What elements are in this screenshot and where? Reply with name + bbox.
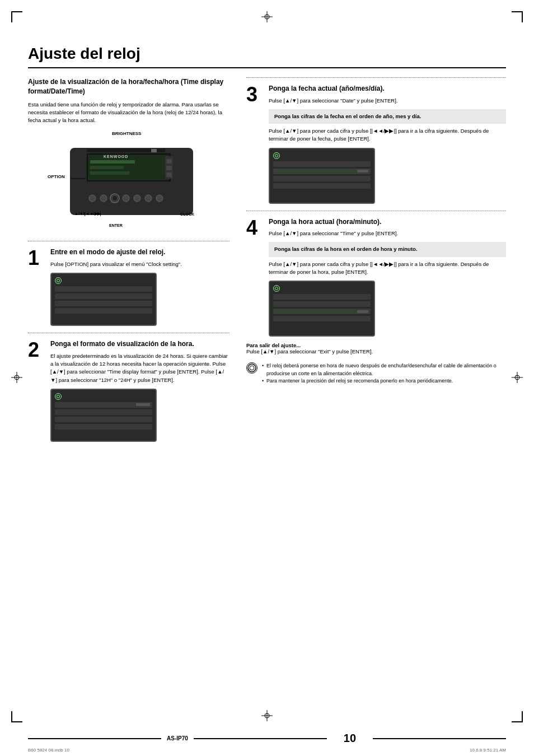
corner-mark-tr xyxy=(512,11,523,22)
bottom-notes: El reloj deberá ponerse en hora de nuevo… xyxy=(246,362,506,385)
step-4-number: 4 xyxy=(246,218,263,337)
device-diagram-svg: KENWOOD xyxy=(48,131,210,232)
center-mark-top xyxy=(261,11,273,24)
step-2-desc: El ajuste predeterminado es la visualiza… xyxy=(50,352,229,384)
screen-mockup-4 xyxy=(269,281,375,337)
footer-line-right xyxy=(373,738,506,739)
para-salir-title: Para salir del ajuste... xyxy=(246,342,301,348)
svg-point-24 xyxy=(89,195,96,202)
step-3-container: 3 Ponga la fecha actual (año/mes/día). P… xyxy=(246,85,506,204)
step-4-desc2: Pulse [▲/▼] para poner cada cifra y puls… xyxy=(269,260,506,277)
svg-rect-21 xyxy=(166,159,172,164)
center-mark-right xyxy=(512,372,523,384)
step-1-container: 1 Entre en el modo de ajuste del reloj. … xyxy=(28,248,229,326)
enter-label: ENTER xyxy=(109,223,123,227)
center-mark-left xyxy=(11,372,22,384)
svg-point-25 xyxy=(100,195,107,202)
step-4-note: Ponga las cifras de la hora en el orden … xyxy=(269,242,506,256)
right-column: 3 Ponga la fecha actual (año/mes/día). P… xyxy=(246,77,506,447)
svg-point-35 xyxy=(250,366,254,370)
step-1-content: Entre en el modo de ajuste del reloj. Pu… xyxy=(50,248,229,326)
footer-page: 10 xyxy=(332,732,367,745)
step-1-title: Entre en el modo de ajuste del reloj. xyxy=(50,248,229,257)
center-mark-bottom xyxy=(261,710,273,722)
separator-right-mid xyxy=(246,211,506,211)
section-heading: Ajuste de la visualización de la hora/fe… xyxy=(28,77,229,96)
bottom-date-info: 10.6.8 9:51:21 AM xyxy=(470,748,506,753)
bottom-file-info: B60 5824 08.indb 10 xyxy=(28,748,69,753)
svg-point-27 xyxy=(112,195,118,201)
controls-label: ▲/▼/|◄◄/▶▶| xyxy=(74,212,101,216)
step-4-desc1: Pulse [▲/▼] para seleccionar "Time" y pu… xyxy=(269,230,506,237)
note-item-1: El reloj deberá ponerse en hora de nuevo… xyxy=(262,362,506,377)
svg-point-34 xyxy=(248,364,256,372)
step-1-number: 1 xyxy=(28,248,45,326)
content-area: Ajuste de la visualización de la hora/fe… xyxy=(28,77,506,447)
svg-rect-17 xyxy=(90,171,129,175)
clock-label: CLOCK xyxy=(180,212,194,216)
step-2-container: 2 Ponga el formato de visualización de l… xyxy=(28,340,229,442)
device-illustration: BRIGHTNESS xyxy=(28,131,229,232)
footer-line-mid xyxy=(194,738,327,739)
option-label: OPTION xyxy=(48,174,65,179)
svg-rect-16 xyxy=(90,166,124,169)
separator-2 xyxy=(28,333,229,333)
para-salir-desc: Pulse [▲/▼] para seleccionar "Exit" y pu… xyxy=(246,348,373,354)
corner-mark-tl xyxy=(11,11,22,22)
screen-mockup-3 xyxy=(269,148,375,204)
svg-point-29 xyxy=(134,195,140,202)
section-desc: Esta unidad tiene una función de reloj y… xyxy=(28,101,229,125)
footer-model: AS-IP70 xyxy=(167,735,188,741)
step-4-title: Ponga la hora actual (hora/minuto). xyxy=(269,218,506,227)
step-2-title: Ponga el formato de visualización de la … xyxy=(50,340,229,349)
footer: AS-IP70 10 xyxy=(0,732,534,745)
screen-mockup-1 xyxy=(50,273,157,326)
step-2-number: 2 xyxy=(28,340,45,442)
step-3-content: Ponga la fecha actual (año/mes/día). Pul… xyxy=(269,85,506,204)
svg-point-31 xyxy=(156,195,163,202)
corner-mark-br xyxy=(512,711,523,722)
step-2-content: Ponga el formato de visualización de la … xyxy=(50,340,229,442)
para-salir: Para salir del ajuste... Pulse [▲/▼] par… xyxy=(246,342,506,354)
left-column: Ajuste de la visualización de la hora/fe… xyxy=(28,77,229,447)
footer-line-left xyxy=(28,738,161,739)
svg-rect-22 xyxy=(166,166,172,170)
svg-rect-19 xyxy=(151,149,157,152)
step-1-desc: Pulse [OPTION] para visualizar el menú "… xyxy=(50,260,229,268)
note-icon xyxy=(246,362,257,374)
svg-point-28 xyxy=(123,195,129,202)
page-wrapper: Ajuste del reloj Ajuste de la visualizac… xyxy=(0,0,534,756)
svg-rect-23 xyxy=(166,172,172,177)
svg-text:KENWOOD: KENWOOD xyxy=(104,155,128,158)
corner-mark-bl xyxy=(11,711,22,722)
step-3-title: Ponga la fecha actual (año/mes/día). xyxy=(269,85,506,94)
step-3-desc1: Pulse [▲/▼] para seleccionar "Date" y pu… xyxy=(269,97,506,105)
step-4-content: Ponga la hora actual (hora/minuto). Puls… xyxy=(269,218,506,337)
note-items: El reloj deberá ponerse en hora de nuevo… xyxy=(262,362,506,385)
separator-1 xyxy=(28,241,229,241)
separator-right-top xyxy=(246,77,506,78)
svg-point-30 xyxy=(145,195,152,202)
note-item-2: Para mantener la precisión del reloj se … xyxy=(262,377,506,385)
page-title: Ajuste del reloj xyxy=(28,45,506,68)
svg-rect-15 xyxy=(90,160,135,164)
screen-mockup-2 xyxy=(50,389,157,442)
step-4-container: 4 Ponga la hora actual (hora/minuto). Pu… xyxy=(246,218,506,337)
step-3-desc2: Pulse [▲/▼] para poner cada cifra y puls… xyxy=(269,127,506,143)
step-3-number: 3 xyxy=(246,85,263,204)
step-3-note: Ponga las cifras de la fecha en el orden… xyxy=(269,109,506,124)
